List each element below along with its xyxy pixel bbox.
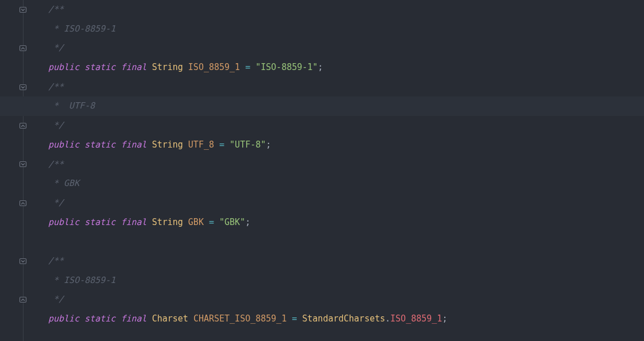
code-token xyxy=(115,58,121,78)
gutter-row xyxy=(0,78,31,97)
code-line[interactable]: * ISO-8859-1 xyxy=(48,271,644,290)
code-token xyxy=(297,309,302,329)
code-token xyxy=(250,58,255,78)
code-token xyxy=(147,58,152,78)
code-token: ; xyxy=(442,309,447,329)
code-token xyxy=(115,135,121,155)
code-token: */ xyxy=(48,290,64,309)
code-token: final xyxy=(121,213,146,232)
fold-expand-end-icon[interactable] xyxy=(19,122,27,130)
code-line[interactable]: public static final String UTF_8 = "UTF-… xyxy=(48,135,644,155)
code-token xyxy=(79,135,84,155)
gutter-row xyxy=(0,20,31,39)
code-token xyxy=(147,135,152,155)
code-token: public xyxy=(48,213,79,232)
code-token xyxy=(214,135,219,155)
code-area[interactable]: /** * ISO-8859-1 */public static final S… xyxy=(31,0,644,341)
code-token: /** xyxy=(48,78,64,97)
code-token: Charset xyxy=(152,309,188,329)
code-token xyxy=(183,58,188,78)
gutter-row xyxy=(0,232,31,251)
code-line[interactable] xyxy=(48,232,644,251)
gutter-row xyxy=(0,155,31,175)
svg-rect-2 xyxy=(20,84,26,90)
code-token xyxy=(183,213,188,232)
code-token xyxy=(79,309,84,329)
svg-rect-5 xyxy=(20,200,26,206)
code-line[interactable]: * UTF-8 xyxy=(0,96,644,116)
gutter-row xyxy=(0,290,31,309)
code-token: final xyxy=(121,58,146,78)
code-token: public xyxy=(48,135,79,155)
gutter-row xyxy=(0,251,31,271)
svg-rect-4 xyxy=(20,162,26,167)
gutter-row xyxy=(0,213,31,232)
code-token: static xyxy=(84,213,115,232)
code-line[interactable]: */ xyxy=(48,290,644,309)
code-token: static xyxy=(84,309,115,329)
code-token: . xyxy=(385,309,390,329)
code-token: "ISO-8859-1" xyxy=(255,58,317,78)
code-token: */ xyxy=(48,38,64,58)
gutter-row xyxy=(0,193,31,213)
svg-rect-7 xyxy=(20,297,26,303)
code-token xyxy=(183,135,188,155)
code-token xyxy=(240,58,245,78)
svg-rect-3 xyxy=(20,123,26,128)
code-token: public xyxy=(48,58,79,78)
code-token xyxy=(286,309,292,329)
code-token: */ xyxy=(48,193,64,213)
gutter-row xyxy=(0,135,31,155)
code-token: static xyxy=(84,58,115,78)
code-token xyxy=(115,309,121,329)
code-line[interactable]: * GBK xyxy=(48,174,644,193)
code-token: ISO_8859_1 xyxy=(390,309,442,329)
code-line[interactable]: */ xyxy=(48,38,644,58)
code-token: ; xyxy=(266,135,271,155)
code-line[interactable]: * ISO-8859-1 xyxy=(48,20,644,39)
gutter xyxy=(0,0,31,341)
code-token: final xyxy=(121,309,146,329)
code-token: */ xyxy=(48,116,64,135)
code-token xyxy=(204,213,209,232)
code-line[interactable]: /** xyxy=(48,251,644,271)
gutter-row xyxy=(0,38,31,58)
gutter-row xyxy=(0,116,31,135)
code-line[interactable]: public static final String GBK = "GBK"; xyxy=(48,213,644,232)
code-token: /** xyxy=(48,251,64,271)
code-token: * GBK xyxy=(48,174,79,193)
fold-collapse-icon[interactable] xyxy=(19,6,27,14)
code-token xyxy=(115,213,121,232)
code-token xyxy=(79,213,84,232)
svg-rect-1 xyxy=(20,46,26,51)
fold-collapse-icon[interactable] xyxy=(19,83,27,91)
code-token xyxy=(147,309,152,329)
code-line[interactable]: /** xyxy=(48,0,644,20)
code-token: * ISO-8859-1 xyxy=(48,20,115,39)
fold-expand-end-icon[interactable] xyxy=(19,44,27,52)
fold-expand-end-icon[interactable] xyxy=(19,296,27,304)
svg-rect-0 xyxy=(20,7,26,12)
code-line[interactable]: public static final Charset CHARSET_ISO_… xyxy=(48,309,644,329)
code-line[interactable]: */ xyxy=(48,116,644,135)
code-line[interactable]: /** xyxy=(48,155,644,175)
fold-collapse-icon[interactable] xyxy=(19,160,27,168)
code-token: String xyxy=(152,213,183,232)
code-token: String xyxy=(152,58,183,78)
fold-expand-end-icon[interactable] xyxy=(19,199,27,207)
code-editor[interactable]: /** * ISO-8859-1 */public static final S… xyxy=(0,0,644,341)
code-token: ISO_8859_1 xyxy=(188,58,240,78)
code-line[interactable]: public static final String ISO_8859_1 = … xyxy=(48,58,644,78)
code-token xyxy=(79,58,84,78)
code-token: GBK xyxy=(188,213,204,232)
fold-collapse-icon[interactable] xyxy=(19,257,27,265)
gutter-row xyxy=(0,271,31,290)
code-line[interactable]: /** xyxy=(48,78,644,97)
code-line[interactable]: */ xyxy=(48,193,644,213)
code-token: static xyxy=(84,135,115,155)
code-token: = xyxy=(292,309,297,329)
gutter-row xyxy=(0,58,31,78)
code-token: "GBK" xyxy=(219,213,245,232)
code-token: * UTF-8 xyxy=(48,96,95,116)
code-token: public xyxy=(48,309,79,329)
